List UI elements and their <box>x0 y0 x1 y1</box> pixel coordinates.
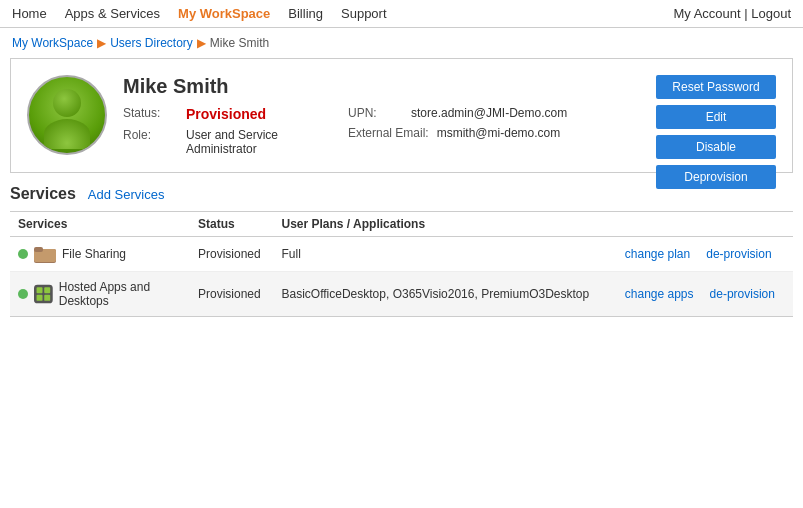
account-area: My Account | Logout <box>673 6 791 21</box>
nav-billing[interactable]: Billing <box>288 6 323 21</box>
breadcrumb-current: Mike Smith <box>210 36 269 50</box>
upn-row: UPN: store.admin@JMI-Demo.com <box>348 106 567 120</box>
status-dot <box>18 289 28 299</box>
disable-button[interactable]: Disable <box>656 135 776 159</box>
service-status-cell: Provisioned <box>190 237 273 272</box>
services-title: Services <box>10 185 76 203</box>
col-services: Services <box>10 212 190 237</box>
folder-icon <box>34 245 56 263</box>
reset-password-button[interactable]: Reset Password <box>656 75 776 99</box>
de-provision-link-2[interactable]: de-provision <box>710 287 775 301</box>
breadcrumb-workspace[interactable]: My WorkSpace <box>12 36 93 50</box>
edit-button[interactable]: Edit <box>656 105 776 129</box>
de-provision-link-1[interactable]: de-provision <box>706 247 771 261</box>
my-account-link[interactable]: My Account <box>673 6 740 21</box>
col-actions: change apps de-provision <box>625 287 785 301</box>
deprovision-button[interactable]: Deprovision <box>656 165 776 189</box>
service-name: File Sharing <box>62 247 126 261</box>
service-plan-cell: Full <box>273 237 616 272</box>
svg-rect-6 <box>37 295 43 301</box>
col-actions: change plan de-provision <box>625 247 785 261</box>
service-name-cell: Hosted Apps and Desktops <box>10 272 190 317</box>
svg-rect-5 <box>44 287 50 293</box>
status-dot <box>18 249 28 259</box>
service-row-icon: File Sharing <box>18 245 182 263</box>
nav-myworkspace[interactable]: My WorkSpace <box>178 6 270 21</box>
col-status: Status <box>190 212 273 237</box>
breadcrumb-arrow-1: ▶ <box>97 36 106 50</box>
breadcrumb: My WorkSpace ▶ Users Directory ▶ Mike Sm… <box>0 28 803 58</box>
change-apps-link[interactable]: change apps <box>625 287 694 301</box>
role-value: User and Service Administrator <box>186 128 316 156</box>
avatar-body <box>44 119 90 149</box>
profile-right-col: UPN: store.admin@JMI-Demo.com External E… <box>348 106 567 156</box>
add-services-link[interactable]: Add Services <box>88 187 165 202</box>
service-actions-cell: change apps de-provision <box>617 272 793 317</box>
svg-rect-4 <box>37 287 43 293</box>
avatar-figure <box>44 89 90 149</box>
logout-link[interactable]: Logout <box>751 6 791 21</box>
table-row: Hosted Apps and Desktops Provisioned Bas… <box>10 272 793 317</box>
nav-support[interactable]: Support <box>341 6 387 21</box>
upn-label: UPN: <box>348 106 403 120</box>
nav-links: Home Apps & Services My WorkSpace Billin… <box>12 6 387 21</box>
nav-home[interactable]: Home <box>12 6 47 21</box>
service-plan-cell: BasicOfficeDesktop, O365Visio2016, Premi… <box>273 272 616 317</box>
avatar-head <box>53 89 81 117</box>
status-label: Status: <box>123 106 178 120</box>
status-value: Provisioned <box>186 106 266 122</box>
breadcrumb-arrow-2: ▶ <box>197 36 206 50</box>
role-row: Role: User and Service Administrator <box>123 128 316 156</box>
svg-rect-7 <box>44 295 50 301</box>
service-name: Hosted Apps and Desktops <box>59 280 182 308</box>
service-name-cell: File Sharing <box>10 237 190 272</box>
role-label: Role: <box>123 128 178 142</box>
svg-rect-2 <box>34 247 43 252</box>
avatar <box>27 75 107 155</box>
email-row: External Email: msmith@mi-demo.com <box>348 126 567 140</box>
col-plans: User Plans / Applications <box>273 212 616 237</box>
email-label: External Email: <box>348 126 429 140</box>
breadcrumb-users-directory[interactable]: Users Directory <box>110 36 193 50</box>
change-plan-link[interactable]: change plan <box>625 247 690 261</box>
top-nav: Home Apps & Services My WorkSpace Billin… <box>0 0 803 28</box>
status-row: Status: Provisioned <box>123 106 316 122</box>
service-actions-cell: change plan de-provision <box>617 237 793 272</box>
table-row: File Sharing Provisioned Full change pla… <box>10 237 793 272</box>
nav-apps-services[interactable]: Apps & Services <box>65 6 160 21</box>
profile-section: Mike Smith Status: Provisioned Role: Use… <box>10 58 793 173</box>
profile-left-col: Status: Provisioned Role: User and Servi… <box>123 106 316 156</box>
service-row-icon: Hosted Apps and Desktops <box>18 280 182 308</box>
email-value: msmith@mi-demo.com <box>437 126 561 140</box>
upn-value: store.admin@JMI-Demo.com <box>411 106 567 120</box>
apps-icon <box>34 283 53 305</box>
col-actions-header <box>617 212 793 237</box>
service-status-cell: Provisioned <box>190 272 273 317</box>
services-section: Services Add Services Services Status Us… <box>10 185 793 317</box>
services-table: Services Status User Plans / Application… <box>10 211 793 317</box>
profile-buttons: Reset Password Edit Disable Deprovision <box>656 75 776 189</box>
